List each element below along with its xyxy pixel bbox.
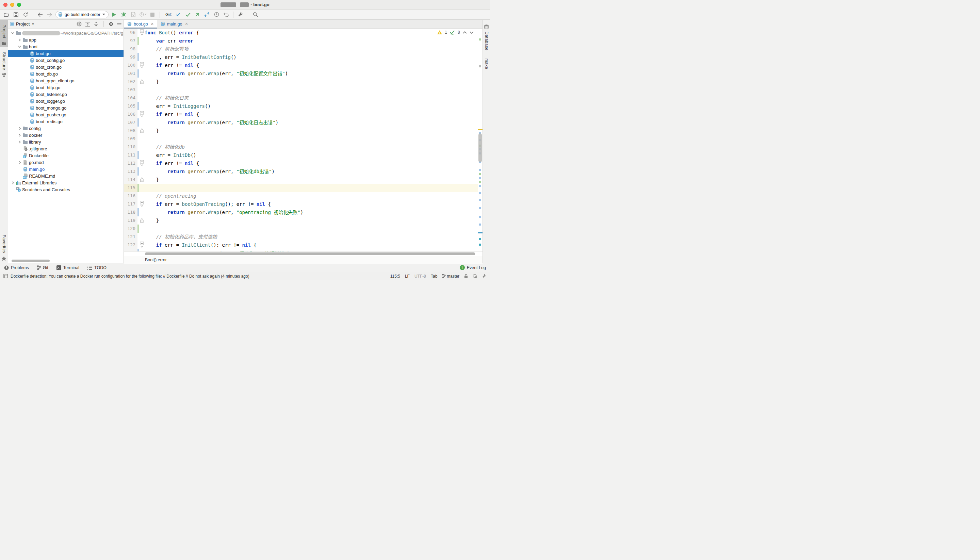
line-number[interactable]: 120 — [124, 225, 137, 233]
tree-item-scratches-and-consoles[interactable]: Scratches and Consoles — [8, 186, 123, 193]
minimize-window-button[interactable] — [10, 3, 14, 7]
code-line-122[interactable]: 122 if err = InitClient(); err != nil { — [124, 241, 483, 249]
git-commit-icon[interactable] — [184, 11, 192, 18]
chevron-right-icon[interactable] — [17, 140, 22, 143]
indent-style[interactable]: Tab — [431, 274, 437, 278]
forward-icon[interactable] — [46, 11, 53, 18]
fold-end-icon[interactable] — [139, 217, 145, 225]
line-number[interactable]: 119 — [124, 217, 137, 225]
code-line-97[interactable]: 97 var err error — [124, 37, 483, 45]
code-line-119[interactable]: 119 } — [124, 217, 483, 225]
next-issue-icon[interactable] — [470, 31, 474, 34]
editor-vscrollbar-thumb[interactable] — [478, 133, 482, 162]
error-stripe-scrollbar[interactable] — [478, 28, 483, 252]
tool-window-quick-access-icon[interactable] — [3, 274, 8, 278]
tool-window-structure[interactable]: Structure — [0, 47, 8, 79]
fold-end-icon[interactable] — [139, 78, 145, 86]
tool-window-make[interactable]: make — [483, 54, 490, 72]
tree-item-boot-pusher.go[interactable]: boot_pusher.go — [8, 111, 123, 118]
git-push-icon[interactable] — [193, 11, 201, 18]
rollback-icon[interactable] — [222, 11, 230, 18]
hide-panel-icon[interactable] — [117, 23, 122, 25]
tree-item-boot-grpc-client.go[interactable]: boot_grpc_client.go — [8, 77, 123, 84]
line-number[interactable]: 117 — [124, 200, 137, 208]
code-line-98[interactable]: 98 // 解析配置项 — [124, 45, 483, 53]
caret-position[interactable]: 115:5 — [390, 274, 400, 278]
tree-item-boot-http.go[interactable]: boot_http.go — [8, 84, 123, 91]
chevron-down-icon[interactable] — [10, 32, 15, 34]
back-icon[interactable] — [37, 11, 44, 18]
tree-item-library[interactable]: library — [8, 138, 123, 145]
chevron-right-icon[interactable] — [10, 181, 15, 184]
history-icon[interactable] — [213, 11, 220, 18]
zoom-window-button[interactable] — [17, 3, 21, 7]
git-merge-icon[interactable] — [203, 11, 211, 18]
line-number[interactable]: 123 — [124, 249, 137, 252]
tool-window-problems[interactable]: Problems — [4, 265, 29, 270]
fold-end-icon[interactable] — [139, 127, 145, 135]
line-number[interactable]: 114 — [124, 175, 137, 184]
settings-wrench-icon[interactable] — [482, 274, 487, 278]
line-number[interactable]: 103 — [124, 86, 137, 94]
tab-main-go[interactable]: main.go✕ — [157, 20, 192, 28]
chevron-right-icon[interactable] — [17, 127, 22, 130]
run-configuration-select[interactable]: go build med-order — [55, 11, 108, 18]
line-number[interactable]: 111 — [124, 151, 137, 159]
tree-item-boot-redis.go[interactable]: boot_redis.go — [8, 118, 123, 125]
code-line-113[interactable]: 113 return gerror.Wrap(err, "初始化db出错") — [124, 167, 483, 175]
git-branch-widget[interactable]: master — [442, 274, 459, 278]
project-panel-hscrollbar[interactable] — [8, 258, 123, 263]
sync-icon[interactable] — [22, 11, 29, 18]
chevron-right-icon[interactable] — [17, 38, 22, 42]
tool-window-git[interactable]: Git — [37, 265, 48, 270]
chevron-down-icon[interactable] — [17, 46, 22, 48]
tree-item-config[interactable]: config — [8, 125, 123, 132]
tree-item-boot-mongo.go[interactable]: boot_mongo.go — [8, 105, 123, 111]
code-line-116[interactable]: 116 // opentracing — [124, 192, 483, 200]
chevron-right-icon[interactable] — [17, 134, 22, 137]
code-line-106[interactable]: 106 if err != nil { — [124, 110, 483, 118]
line-number[interactable]: 98 — [124, 45, 137, 53]
run-with-coverage-icon[interactable] — [130, 11, 137, 18]
tool-window-database[interactable]: Database — [483, 20, 490, 54]
tree-item-boot-cron.go[interactable]: boot_cron.go — [8, 63, 123, 70]
line-number[interactable]: 106 — [124, 110, 137, 118]
tree-item-main.go[interactable]: main.go — [8, 166, 123, 172]
status-message[interactable]: Dockerfile detection: You can create a D… — [10, 274, 250, 278]
line-number[interactable]: 107 — [124, 118, 137, 127]
line-separator[interactable]: LF — [405, 274, 410, 278]
tool-window-project[interactable]: Project — [0, 20, 8, 47]
prev-issue-icon[interactable] — [463, 31, 467, 34]
line-number[interactable]: 108 — [124, 127, 137, 135]
fold-start-icon[interactable] — [139, 61, 145, 69]
tree-item-docker[interactable]: docker — [8, 132, 123, 138]
code-line-123[interactable]: 123 return gerror.Wrap(err, "初始化GRPC连接出错… — [124, 249, 483, 252]
search-icon[interactable] — [252, 11, 259, 18]
code-line-115[interactable]: 115 — [124, 184, 483, 192]
code-line-103[interactable]: 103 — [124, 86, 483, 94]
line-number[interactable]: 112 — [124, 159, 137, 167]
tree-item-project-root[interactable]: ~/Workspace/Go/GOPATH/src/g — [8, 30, 123, 37]
code-line-101[interactable]: 101 return gerror.Wrap(err, "初始化配置文件出错") — [124, 69, 483, 78]
editor-hscrollbar[interactable] — [124, 252, 483, 256]
inspection-widget[interactable]: 1 8 — [436, 30, 475, 35]
code-line-121[interactable]: 121 // 初始化药品库、支付连接 — [124, 233, 483, 241]
line-number[interactable]: 109 — [124, 135, 137, 143]
line-number[interactable]: 116 — [124, 192, 137, 200]
tree-item-app[interactable]: app — [8, 37, 123, 43]
wrench-icon[interactable] — [237, 11, 244, 18]
project-view-selector[interactable]: Project ▼ — [10, 22, 34, 27]
line-number[interactable]: 115 — [124, 184, 137, 192]
code-line-120[interactable]: 120 — [124, 225, 483, 233]
tool-window-terminal[interactable]: Terminal — [57, 265, 79, 270]
tool-window-favorites[interactable]: Favorites — [0, 230, 8, 263]
git-update-icon[interactable] — [175, 11, 182, 18]
code-line-118[interactable]: 118 return gerror.Wrap(err, "opentracing… — [124, 208, 483, 217]
tree-item-boot-logger.go[interactable]: boot_logger.go — [8, 98, 123, 105]
tree-item-readme.md[interactable]: MDREADME.md — [8, 172, 123, 179]
code-line-112[interactable]: 112 if err != nil { — [124, 159, 483, 167]
run-icon[interactable] — [111, 11, 118, 18]
tree-item-boot.go[interactable]: boot.go — [8, 50, 123, 57]
fold-start-icon[interactable] — [139, 28, 145, 37]
fold-end-icon[interactable] — [139, 175, 145, 184]
